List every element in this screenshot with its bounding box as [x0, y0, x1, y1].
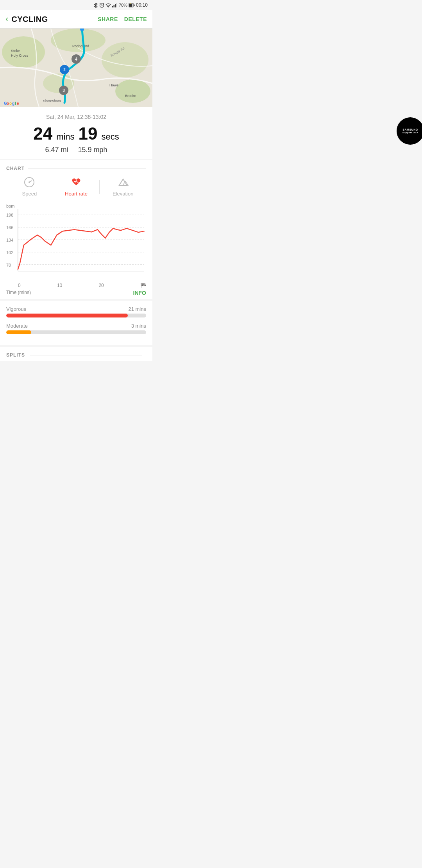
svg-text:bpm: bpm — [6, 204, 14, 208]
svg-point-18 — [43, 74, 74, 93]
svg-line-2 — [102, 5, 102, 6]
vigorous-row: Vigorous 21 mins — [6, 306, 146, 317]
map-container[interactable]: Bungay Rd Stoke Holy Cross Poringland Ho… — [0, 29, 152, 107]
tab-heart-rate[interactable]: Heart rate — [53, 177, 100, 197]
duration-secs-value: 19 — [79, 124, 98, 143]
vigorous-bar-bg — [6, 314, 146, 317]
info-section: Vigorous 21 mins Moderate 3 mins — [0, 301, 152, 345]
svg-point-17 — [102, 42, 148, 77]
x-label-0: 0 — [6, 283, 21, 288]
svg-rect-12 — [129, 4, 132, 7]
x-label-flag: 🏁 — [140, 283, 146, 288]
svg-point-19 — [115, 79, 150, 103]
svg-text:g: g — [12, 101, 14, 106]
vigorous-value: 21 mins — [128, 306, 146, 312]
stats-speed: 15.9 mph — [78, 146, 107, 154]
header: ‹ CYCLING SHARE DELETE — [0, 10, 152, 29]
moderate-row: Moderate 3 mins — [6, 323, 146, 334]
svg-text:e: e — [17, 101, 19, 106]
svg-text:o: o — [9, 101, 12, 106]
header-actions: SHARE DELETE — [98, 16, 147, 22]
vigorous-label: Vigorous — [6, 306, 26, 312]
stats-distance: 6.47 mi — [45, 146, 68, 154]
svg-point-15 — [2, 36, 45, 68]
speedometer-icon — [24, 177, 35, 189]
svg-point-5 — [108, 7, 109, 7]
info-button[interactable]: INFO — [133, 290, 146, 296]
svg-text:l: l — [15, 101, 16, 106]
duration-mins-value: 24 — [33, 124, 52, 143]
chart-label: CHART — [6, 166, 146, 171]
svg-text:Stoke: Stoke — [11, 49, 20, 53]
svg-text:o: o — [7, 101, 9, 106]
x-label-10: 10 — [57, 283, 62, 288]
svg-text:3: 3 — [63, 88, 65, 93]
heart-rate-icon — [71, 177, 82, 189]
svg-rect-9 — [116, 3, 117, 8]
svg-text:134: 134 — [6, 238, 13, 242]
duration-mins-unit: mins — [56, 132, 74, 142]
x-label-20: 20 — [98, 283, 104, 288]
heart-rate-chart: bpm 198 166 134 102 70 — [6, 203, 146, 281]
page-title: CYCLING — [11, 15, 98, 24]
svg-rect-8 — [115, 4, 116, 7]
status-time: 00:10 — [136, 2, 148, 8]
delete-button[interactable]: DELETE — [124, 16, 147, 22]
chart-x-label: Time (mins) INFO — [6, 290, 146, 295]
vigorous-header: Vigorous 21 mins — [6, 306, 146, 312]
moderate-header: Moderate 3 mins — [6, 323, 146, 329]
stats-date: Sat, 24 Mar, 12:38-13:02 — [6, 114, 146, 120]
svg-text:4: 4 — [75, 57, 77, 61]
svg-text:198: 198 — [6, 213, 13, 217]
svg-line-4 — [103, 3, 104, 4]
status-bar: 70% 00:10 — [0, 0, 152, 10]
svg-rect-11 — [134, 4, 134, 6]
battery-icon — [129, 3, 135, 7]
svg-line-3 — [100, 3, 100, 4]
tab-elevation-label: Elevation — [113, 191, 133, 197]
map-svg: Bungay Rd Stoke Holy Cross Poringland Ho… — [0, 29, 152, 107]
svg-text:70: 70 — [6, 263, 11, 267]
svg-text:Brooke: Brooke — [125, 94, 136, 98]
svg-point-42 — [29, 181, 30, 183]
svg-text:Poringland: Poringland — [72, 44, 89, 48]
chart-tabs: Speed Heart rate Elevation — [6, 177, 146, 197]
splits-section: SPLITS — [0, 347, 152, 361]
moderate-label: Moderate — [6, 323, 28, 329]
wifi-icon — [106, 3, 111, 7]
splits-label: SPLITS — [6, 352, 25, 358]
tab-heart-rate-label: Heart rate — [65, 191, 88, 197]
share-button[interactable]: SHARE — [98, 16, 118, 22]
status-icons: 70% 00:10 — [93, 2, 148, 8]
tab-speed-label: Speed — [22, 191, 37, 197]
battery-percent: 70% — [119, 3, 127, 7]
svg-text:166: 166 — [6, 225, 13, 230]
duration-secs-unit: secs — [102, 132, 119, 142]
svg-rect-7 — [113, 5, 114, 8]
stats-details: 6.47 mi 15.9 mph — [6, 146, 146, 154]
svg-text:102: 102 — [6, 250, 13, 255]
svg-text:Holy Cross: Holy Cross — [11, 54, 29, 57]
tab-elevation[interactable]: Elevation — [100, 177, 146, 197]
svg-text:Howe: Howe — [109, 83, 118, 87]
stats-section: Sat, 24 Mar, 12:38-13:02 24 mins 19 secs… — [0, 107, 152, 159]
svg-text:Shotesham: Shotesham — [43, 99, 61, 103]
stats-duration: 24 mins 19 secs — [6, 124, 146, 143]
signal-icon — [112, 3, 118, 7]
back-button[interactable]: ‹ — [5, 14, 8, 24]
mountain-icon — [118, 177, 129, 189]
alarm-icon — [99, 3, 104, 8]
tab-speed[interactable]: Speed — [6, 177, 53, 197]
moderate-bar-bg — [6, 330, 146, 334]
chart-svg: bpm 198 166 134 102 70 — [6, 203, 146, 281]
chart-xaxis: 0 10 20 🏁 — [6, 281, 146, 289]
svg-rect-6 — [112, 6, 113, 7]
svg-text:2: 2 — [63, 68, 66, 72]
vigorous-bar-fill — [6, 314, 128, 317]
bluetooth-icon — [93, 2, 98, 8]
chart-section: CHART Speed Heart rate — [0, 160, 152, 299]
moderate-bar-fill — [6, 330, 31, 334]
moderate-value: 3 mins — [131, 323, 146, 329]
